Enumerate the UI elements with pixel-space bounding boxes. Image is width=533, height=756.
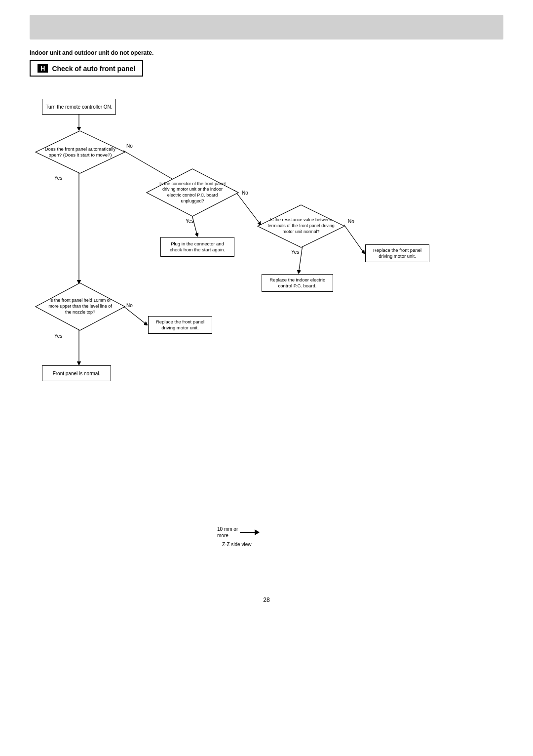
label-yes1: Yes (54, 175, 62, 181)
q1-diamond: Does the front panel automatically open?… (35, 130, 126, 174)
label-no3: No (348, 219, 354, 224)
svg-line-7 (344, 225, 364, 253)
subtitle-text: Indoor unit and outdoor unit do not oper… (30, 49, 503, 56)
action1-node: Plug in the connector and check from the… (160, 237, 234, 257)
action2-node: Replace the indoor electric control P.C.… (262, 274, 333, 292)
right-arrow-icon (240, 529, 260, 535)
action3-node: Replace the front panel driving motor un… (365, 244, 429, 262)
bottom-diagram: 10 mm ormore Z-Z side view (217, 526, 503, 547)
label-no2: No (242, 190, 248, 196)
header-bar (30, 15, 503, 40)
label-yes3: Yes (291, 249, 299, 255)
section-title-block: H Check of auto front panel (30, 60, 143, 77)
diagram-label: 10 mm ormore (217, 526, 238, 539)
q2-diamond: Is the connector of the front panel driv… (146, 168, 239, 217)
flowchart: Turn the remote controller ON. Does the … (30, 91, 503, 496)
q3-diamond: Is the resistance value between terminal… (257, 204, 345, 248)
label-no1: No (126, 143, 133, 149)
svg-line-8 (123, 306, 147, 325)
page-container: Indoor unit and outdoor unit do not oper… (0, 0, 533, 577)
end-node: Front panel is normal. (42, 365, 111, 381)
label-yes4: Yes (54, 333, 62, 339)
start-node: Turn the remote controller ON. (42, 99, 116, 115)
page-number: 28 (0, 597, 533, 603)
section-prefix: H (38, 64, 48, 73)
q4-diamond: Is the front panel held 10mm or more upp… (35, 282, 126, 331)
label-yes2: Yes (186, 218, 193, 224)
label-no4: No (126, 303, 133, 308)
section-title-text: Check of auto front panel (52, 65, 135, 73)
action4-node: Replace the front panel driving motor un… (148, 316, 212, 334)
diagram-arrow: 10 mm ormore (217, 526, 503, 539)
zz-side-view-label: Z-Z side view (222, 542, 503, 547)
